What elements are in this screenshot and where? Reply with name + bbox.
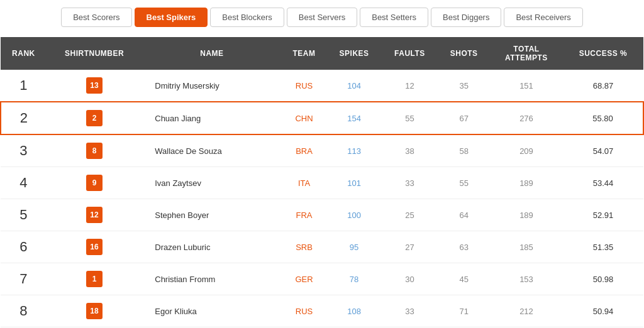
shirt-cell: 13 bbox=[47, 70, 142, 102]
tab-best-diggers[interactable]: Best Diggers bbox=[431, 8, 501, 27]
spikes-cell: 113 bbox=[327, 134, 382, 167]
spikes-cell: 108 bbox=[327, 295, 382, 327]
shirt-cell: 18 bbox=[47, 295, 142, 327]
col-header-4: SPIKES bbox=[327, 37, 382, 70]
shirt-badge: 12 bbox=[86, 207, 103, 223]
rankings-table: RANKSHIRTNUMBERNAMETEAMSPIKESFAULTSSHOTS… bbox=[0, 37, 644, 328]
total-cell: 276 bbox=[490, 102, 563, 134]
table-row: 616Drazen LuburicSRB95276318551.35 bbox=[1, 231, 643, 263]
shirt-badge: 9 bbox=[86, 175, 103, 191]
faults-cell: 38 bbox=[382, 134, 438, 167]
team-cell: GER bbox=[282, 263, 327, 295]
shirt-cell: 16 bbox=[47, 231, 142, 263]
faults-cell: 33 bbox=[382, 295, 438, 327]
faults-cell: 27 bbox=[382, 231, 438, 263]
name-cell: Drazen Luburic bbox=[142, 231, 281, 263]
total-cell: 189 bbox=[490, 167, 563, 199]
tab-best-receivers[interactable]: Best Receivers bbox=[504, 8, 582, 27]
spikes-cell: 101 bbox=[327, 167, 382, 199]
col-header-7: TOTALATTEMPTS bbox=[490, 37, 563, 70]
team-cell: CHN bbox=[282, 102, 327, 134]
faults-cell: 55 bbox=[382, 102, 438, 134]
shots-cell: 67 bbox=[438, 102, 490, 134]
shots-cell: 71 bbox=[438, 295, 490, 327]
shirt-badge: 8 bbox=[86, 143, 103, 159]
tab-best-blockers[interactable]: Best Blockers bbox=[210, 8, 284, 27]
table-row: 71Christian FrommGER78304515350.98 bbox=[1, 263, 643, 295]
spikes-cell: 95 bbox=[327, 231, 382, 263]
col-header-5: FAULTS bbox=[382, 37, 438, 70]
rank-cell: 7 bbox=[1, 263, 47, 295]
success-cell: 51.35 bbox=[563, 231, 643, 263]
rank-cell: 8 bbox=[1, 295, 47, 327]
table-row: 38Wallace De SouzaBRA113385820954.07 bbox=[1, 134, 643, 167]
header-row: RANKSHIRTNUMBERNAMETEAMSPIKESFAULTSSHOTS… bbox=[1, 37, 643, 70]
shirt-cell: 9 bbox=[47, 167, 142, 199]
team-cell: ITA bbox=[282, 167, 327, 199]
shirt-cell: 12 bbox=[47, 199, 142, 231]
shirt-cell: 1 bbox=[47, 263, 142, 295]
name-cell: Stephen Boyer bbox=[142, 199, 281, 231]
shots-cell: 45 bbox=[438, 263, 490, 295]
rank-cell: 4 bbox=[1, 167, 47, 199]
shirt-cell: 8 bbox=[47, 134, 142, 167]
table-header: RANKSHIRTNUMBERNAMETEAMSPIKESFAULTSSHOTS… bbox=[1, 37, 643, 70]
col-header-0: RANK bbox=[1, 37, 47, 70]
rank-cell: 5 bbox=[1, 199, 47, 231]
total-cell: 189 bbox=[490, 199, 563, 231]
spikes-cell: 78 bbox=[327, 263, 382, 295]
name-cell: Dmitriy Muserskiy bbox=[142, 70, 281, 102]
name-cell: Egor Kliuka bbox=[142, 295, 281, 327]
col-header-8: SUCCESS % bbox=[563, 37, 643, 70]
team-cell: RUS bbox=[282, 295, 327, 327]
shirt-badge: 16 bbox=[86, 239, 103, 255]
col-header-6: SHOTS bbox=[438, 37, 490, 70]
tab-best-scorers[interactable]: Best Scorers bbox=[61, 8, 131, 27]
shots-cell: 63 bbox=[438, 231, 490, 263]
total-cell: 212 bbox=[490, 295, 563, 327]
col-header-3: TEAM bbox=[282, 37, 327, 70]
table-wrap: RANKSHIRTNUMBERNAMETEAMSPIKESFAULTSSHOTS… bbox=[0, 37, 644, 328]
total-cell: 209 bbox=[490, 134, 563, 167]
col-header-2: NAME bbox=[142, 37, 281, 70]
team-cell: BRA bbox=[282, 134, 327, 167]
spikes-cell: 100 bbox=[327, 199, 382, 231]
success-cell: 54.07 bbox=[563, 134, 643, 167]
rank-cell: 2 bbox=[1, 102, 47, 134]
faults-cell: 25 bbox=[382, 199, 438, 231]
shots-cell: 58 bbox=[438, 134, 490, 167]
team-cell: SRB bbox=[282, 231, 327, 263]
shots-cell: 35 bbox=[438, 70, 490, 102]
shots-cell: 55 bbox=[438, 167, 490, 199]
spikes-cell: 104 bbox=[327, 70, 382, 102]
success-cell: 68.87 bbox=[563, 70, 643, 102]
tab-best-setters[interactable]: Best Setters bbox=[360, 8, 428, 27]
name-cell: Ivan Zaytsev bbox=[142, 167, 281, 199]
table-body: 113Dmitriy MuserskiyRUS104123515168.8722… bbox=[1, 70, 643, 328]
table-row: 22Chuan JiangCHN154556727655.80 bbox=[1, 102, 643, 134]
name-cell: Christian Fromm bbox=[142, 263, 281, 295]
table-row: 512Stephen BoyerFRA100256418952.91 bbox=[1, 199, 643, 231]
rank-cell: 1 bbox=[1, 70, 47, 102]
tabs-container: Best ScorersBest SpikersBest BlockersBes… bbox=[0, 0, 644, 37]
col-header-1: SHIRTNUMBER bbox=[47, 37, 142, 70]
team-cell: RUS bbox=[282, 70, 327, 102]
shirt-badge: 18 bbox=[86, 303, 103, 319]
success-cell: 50.98 bbox=[563, 263, 643, 295]
total-cell: 153 bbox=[490, 263, 563, 295]
name-cell: Wallace De Souza bbox=[142, 134, 281, 167]
tab-best-spikers[interactable]: Best Spikers bbox=[135, 8, 208, 27]
tab-best-servers[interactable]: Best Servers bbox=[287, 8, 357, 27]
shirt-cell: 2 bbox=[47, 102, 142, 134]
table-row: 49Ivan ZaytsevITA101335518953.44 bbox=[1, 167, 643, 199]
success-cell: 50.94 bbox=[563, 295, 643, 327]
faults-cell: 33 bbox=[382, 167, 438, 199]
shirt-badge: 13 bbox=[86, 77, 103, 94]
faults-cell: 30 bbox=[382, 263, 438, 295]
name-cell: Chuan Jiang bbox=[142, 102, 281, 134]
spikes-cell: 154 bbox=[327, 102, 382, 134]
success-cell: 55.80 bbox=[563, 102, 643, 134]
total-cell: 151 bbox=[490, 70, 563, 102]
shots-cell: 64 bbox=[438, 199, 490, 231]
rank-cell: 6 bbox=[1, 231, 47, 263]
